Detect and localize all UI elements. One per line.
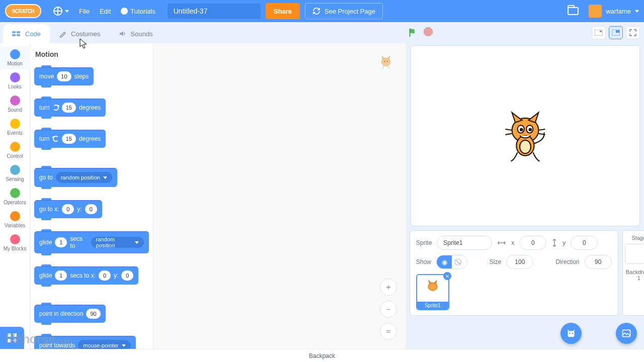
language-menu[interactable] — [53, 7, 69, 16]
block-turn-cw[interactable]: turn 15 degrees — [34, 99, 106, 117]
sprite-tile-sprite1[interactable]: ✕ Sprite1 — [416, 274, 449, 310]
svg-rect-5 — [595, 30, 603, 36]
block-glide-to-xy[interactable]: glide 1 secs to x: 0 y: 0 — [34, 266, 138, 285]
block-dropdown[interactable]: random position — [56, 172, 112, 183]
y-label: y — [562, 239, 566, 246]
x-label: x — [511, 239, 514, 246]
backpack-bar[interactable]: Backpack — [0, 349, 644, 362]
tab-costumes-label: Costumes — [71, 30, 101, 38]
block-dropdown[interactable]: random position — [91, 237, 144, 248]
large-stage-button[interactable] — [609, 26, 623, 39]
add-extension-button[interactable] — [0, 327, 24, 349]
tutorials-button[interactable]: Tutorials — [121, 8, 155, 15]
block-turn-ccw[interactable]: turn 15 degrees — [34, 130, 106, 148]
chevron-down-icon — [135, 241, 139, 244]
account-menu[interactable]: warfame — [589, 5, 639, 18]
add-sprite-button[interactable] — [560, 323, 582, 344]
small-stage-button[interactable] — [592, 26, 606, 39]
block-number-input[interactable]: 90 — [86, 309, 100, 319]
block-point-direction[interactable]: point in direction 90 — [34, 305, 106, 323]
avatar — [589, 5, 602, 18]
category-my-blocks[interactable]: My Blocks — [0, 231, 30, 254]
svg-rect-25 — [8, 339, 11, 342]
block-text: point in direction — [39, 310, 83, 317]
file-menu[interactable]: File — [79, 8, 90, 15]
show-button[interactable]: ◉ — [437, 255, 452, 268]
svg-rect-3 — [17, 34, 20, 36]
add-backdrop-button[interactable] — [616, 323, 637, 344]
svg-point-18 — [529, 128, 532, 132]
block-text: point towards — [39, 342, 75, 349]
sprite-y-input[interactable] — [571, 236, 598, 250]
edit-menu[interactable]: Edit — [100, 8, 111, 15]
block-dropdown[interactable]: mouse-pointer — [78, 340, 130, 349]
green-flag-button[interactable] — [408, 27, 419, 38]
block-move-steps[interactable]: move 10 steps — [34, 67, 94, 85]
zoom-in-button[interactable]: ＋ — [380, 279, 397, 296]
category-operators[interactable]: Operators — [0, 185, 30, 208]
category-label: Events — [7, 130, 23, 136]
zoom-reset-button[interactable]: ＝ — [380, 323, 397, 340]
y-arrows-icon — [551, 238, 557, 247]
svg-rect-6 — [600, 31, 602, 32]
sprite-watermark-icon — [376, 52, 396, 72]
fullscreen-button[interactable] — [626, 26, 640, 39]
block-number-input[interactable]: 15 — [62, 134, 76, 144]
block-text: glide — [39, 272, 52, 279]
delete-sprite-button[interactable]: ✕ — [443, 272, 451, 280]
block-number-input[interactable]: 0 — [85, 204, 97, 214]
block-text: secs to — [70, 235, 88, 249]
code-workspace[interactable]: ＋ － ＝ — [153, 43, 407, 349]
svg-rect-0 — [12, 31, 16, 33]
sprite-name-input[interactable] — [437, 236, 492, 250]
tab-sounds-label: Sounds — [131, 30, 153, 38]
block-glide-to[interactable]: glide 1 secs to random position — [34, 231, 149, 253]
sprite-direction-input[interactable] — [585, 255, 612, 269]
tab-costumes[interactable]: Costumes — [50, 24, 110, 43]
category-sidebar: MotionLooksSoundEventsControlSensingOper… — [0, 43, 30, 349]
category-motion[interactable]: Motion — [0, 46, 30, 69]
scratch-logo[interactable]: SCRATCH — [5, 4, 41, 18]
block-number-input[interactable]: 1 — [55, 270, 67, 281]
block-number-input[interactable]: 10 — [57, 71, 71, 81]
zoom-out-button[interactable]: － — [380, 301, 397, 318]
block-number-input[interactable]: 15 — [62, 103, 76, 113]
stage-thumbnail[interactable] — [625, 244, 644, 264]
block-palette-scroll[interactable]: Motion move 10 steps turn 15 degrees tur… — [30, 43, 153, 349]
tab-sounds[interactable]: Sounds — [110, 24, 162, 43]
category-looks[interactable]: Looks — [0, 69, 30, 93]
sprite-x-input[interactable] — [519, 236, 546, 250]
stage-sprite-cat[interactable] — [498, 108, 553, 163]
category-events[interactable]: Events — [0, 116, 30, 139]
block-go-to[interactable]: go to random position — [34, 168, 117, 187]
right-panel: Sprite x y Show ◉ ⃠ Size — [407, 43, 644, 349]
category-variables[interactable]: Variables — [0, 208, 30, 231]
category-control[interactable]: Control — [0, 139, 30, 162]
block-text: go to — [39, 174, 53, 181]
stage-canvas[interactable] — [411, 45, 640, 226]
category-sensing[interactable]: Sensing — [0, 162, 30, 185]
block-number-input[interactable]: 1 — [55, 237, 67, 247]
globe-icon — [53, 7, 62, 16]
refresh-icon — [312, 7, 320, 15]
block-number-input[interactable]: 0 — [62, 204, 74, 214]
my-stuff-button[interactable] — [568, 7, 579, 15]
direction-label: Direction — [555, 258, 579, 265]
see-project-page-button[interactable]: See Project Page — [305, 3, 383, 19]
category-label: Variables — [5, 223, 25, 228]
share-button[interactable]: Share — [266, 3, 300, 19]
block-go-to-xy[interactable]: go to x: 0 y: 0 — [34, 200, 102, 218]
hide-button[interactable]: ⃠ — [452, 255, 467, 268]
sprite-size-input[interactable] — [506, 255, 533, 269]
block-number-input[interactable]: 0 — [121, 270, 133, 281]
stop-button[interactable] — [424, 27, 433, 36]
block-point-towards[interactable]: point towards mouse-pointer — [34, 336, 136, 349]
category-sound[interactable]: Sound — [0, 93, 30, 116]
category-color-dot — [10, 96, 20, 106]
block-number-input[interactable]: 0 — [99, 270, 111, 281]
tab-code[interactable]: Code — [3, 24, 50, 43]
project-title-input[interactable] — [168, 4, 261, 19]
category-color-dot — [10, 165, 20, 175]
svg-rect-23 — [8, 333, 11, 337]
sprite-name-label: Sprite — [416, 239, 432, 246]
